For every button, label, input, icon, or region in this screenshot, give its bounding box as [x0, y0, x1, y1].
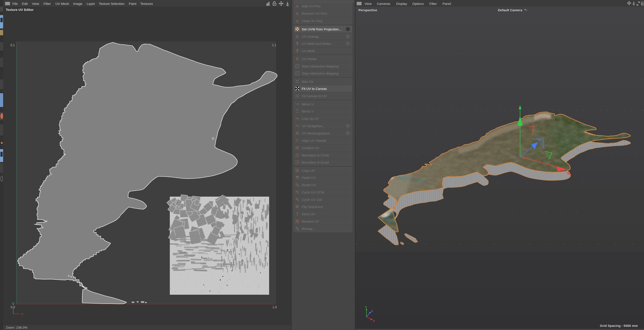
- svg-text:Y: Y: [365, 306, 367, 308]
- svg-text:X: X: [373, 319, 375, 322]
- svg-text:Z: Z: [371, 310, 373, 312]
